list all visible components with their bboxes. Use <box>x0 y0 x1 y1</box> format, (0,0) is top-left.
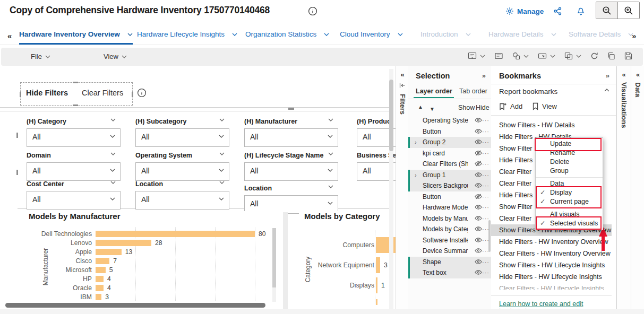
hide-filters-button[interactable]: Hide Filters <box>26 89 68 97</box>
bookmark-item[interactable]: Hide Filters - HW Lifecycle Insights <box>491 271 612 283</box>
slicer-dropdown[interactable]: All <box>135 128 229 147</box>
chevron-down-icon[interactable] <box>328 118 333 121</box>
chevron-down-icon[interactable] <box>328 185 333 188</box>
bar[interactable] <box>96 231 255 237</box>
bar[interactable] <box>96 240 151 246</box>
visibility-eye-icon[interactable] <box>475 226 482 232</box>
data-rail-label[interactable]: Data <box>634 82 642 97</box>
manage-button[interactable]: Manage <box>505 7 544 15</box>
info-icon[interactable] <box>308 6 317 16</box>
more-options-icon[interactable]: ··· <box>482 202 490 213</box>
menu-item-group[interactable]: Group <box>536 167 603 176</box>
slicer-header[interactable]: Location <box>244 185 272 192</box>
text-box-icon-button[interactable] <box>494 52 503 60</box>
chart-scrollbar-thumb[interactable] <box>272 228 276 287</box>
chevron-down-icon[interactable] <box>127 33 133 36</box>
filters-rail-label[interactable]: Filters <box>399 94 407 115</box>
menu-item-selected-visuals[interactable]: ✓Selected visuals <box>536 219 603 228</box>
bookmark-item[interactable]: Hide Filters - HW Inventory Overview <box>491 236 612 248</box>
selection-list-item[interactable]: Device Summary··· <box>408 246 491 257</box>
slicer-header[interactable]: Operating System <box>135 152 192 159</box>
selection-list-item[interactable]: Button··· <box>408 191 491 203</box>
more-options-icon[interactable]: ··· <box>482 180 490 191</box>
add-bookmark-button[interactable]: Add <box>499 102 522 110</box>
visibility-eye-icon[interactable] <box>475 128 482 134</box>
menu-item-data[interactable]: Data <box>536 179 603 188</box>
visibility-eye-icon[interactable] <box>475 248 482 254</box>
report-view-icon-button[interactable] <box>468 52 485 60</box>
chevron-down-icon[interactable] <box>219 197 224 200</box>
selection-list-item[interactable]: Shape··· <box>408 257 491 268</box>
collapse-selection-icon[interactable]: » <box>482 72 486 80</box>
bar[interactable] <box>96 285 104 291</box>
slicer-dropdown[interactable]: All <box>27 191 121 210</box>
selection-list-item[interactable]: Text box··· <box>408 267 491 278</box>
hide-all-button[interactable]: Hide <box>476 104 490 111</box>
selection-handle[interactable] <box>16 133 18 138</box>
expand-visualizations-icon[interactable]: « <box>617 71 631 78</box>
canvas-horizontal-scrollbar[interactable] <box>5 303 265 308</box>
tab-introduction[interactable]: Introduction <box>420 30 471 43</box>
collapse-bookmarks-icon[interactable]: » <box>606 72 609 80</box>
chevron-down-icon[interactable] <box>328 152 333 155</box>
selection-list-item[interactable]: Software Installed on ...··· <box>408 235 491 246</box>
visibility-eye-icon[interactable] <box>475 172 482 178</box>
selection-list-item[interactable]: Operating System Su...··· <box>408 115 491 126</box>
shapes-icon-button[interactable] <box>512 52 529 60</box>
chevron-down-icon[interactable] <box>219 152 225 155</box>
chevron-down-icon[interactable] <box>466 33 471 36</box>
expand-group-icon[interactable]: › <box>415 170 417 181</box>
more-options-icon[interactable]: ··· <box>482 159 490 170</box>
share-icon[interactable] <box>553 7 562 15</box>
selection-list-item[interactable]: Clear Filters (Show)··· <box>408 159 491 170</box>
selection-list-item[interactable]: ›Group 2··· <box>408 137 491 148</box>
bar[interactable] <box>96 249 122 255</box>
bookmark-item[interactable]: Show Filters - HW Lifecycle Insights <box>491 259 612 271</box>
menu-item-all-visuals[interactable]: All visuals <box>536 210 603 219</box>
chevron-down-icon[interactable] <box>110 197 115 200</box>
visibility-eye-slash-icon[interactable] <box>475 150 482 156</box>
visibility-eye-icon[interactable] <box>475 269 482 275</box>
tabs-scroll-left-icon[interactable]: « <box>7 31 12 40</box>
buttons-selection-frame[interactable]: Hide Filters Clear Filters <box>20 82 133 106</box>
slicer-dropdown[interactable]: All <box>135 162 229 181</box>
selection-handle[interactable] <box>16 170 18 175</box>
save-icon-button[interactable] <box>624 52 632 60</box>
models-by-category-chart[interactable]: Models by CategoryComputersNetwork Equip… <box>299 211 396 305</box>
visibility-eye-icon[interactable] <box>475 117 482 123</box>
selection-handle[interactable] <box>20 92 21 97</box>
show-all-button[interactable]: Show <box>458 104 475 111</box>
expand-group-icon[interactable]: › <box>415 137 417 148</box>
expand-data-icon[interactable]: « <box>631 71 644 78</box>
selection-list-item[interactable]: Button··· <box>408 126 491 137</box>
chevron-down-icon[interactable] <box>328 202 333 205</box>
file-menu[interactable]: File <box>31 53 50 60</box>
chevron-down-icon[interactable] <box>324 33 329 36</box>
notifications-bell-icon[interactable] <box>577 6 585 15</box>
more-options-icon[interactable]: ··· <box>482 170 490 181</box>
slicer-dropdown[interactable]: All <box>27 128 121 147</box>
tab-tab-order[interactable]: Tab order <box>459 88 487 95</box>
selection-list-item[interactable]: Models by Category··· <box>408 224 491 235</box>
menu-item-display[interactable]: ✓Display <box>536 188 603 197</box>
slicer-header[interactable]: (H) Subcategory <box>135 118 187 125</box>
visibility-eye-slash-icon[interactable] <box>475 161 482 167</box>
refresh-icon-button[interactable] <box>590 52 598 60</box>
selection-list-item[interactable]: Slicers Background Te...··· <box>408 180 491 191</box>
more-options-icon[interactable]: ··· <box>482 257 490 268</box>
menu-item-current-page[interactable]: ✓Current page <box>536 197 603 206</box>
chevron-down-icon[interactable] <box>110 118 116 121</box>
slicer-header[interactable]: (H) Product <box>357 118 393 125</box>
zoom-in-button[interactable] <box>618 2 639 19</box>
slicer-dropdown[interactable]: All <box>135 191 229 210</box>
more-options-icon[interactable]: ··· <box>482 137 490 148</box>
expand-filters-icon[interactable]: « <box>396 71 409 78</box>
chevron-down-icon[interactable] <box>110 181 116 184</box>
canvas-vertical-scrollbar-thumb[interactable] <box>389 80 393 151</box>
visibility-eye-icon[interactable] <box>475 259 482 265</box>
tab-hardware-details[interactable]: Hardware Details <box>488 30 556 43</box>
buttons-icon-button[interactable] <box>538 52 555 60</box>
slicer-header[interactable]: Domain <box>27 152 51 159</box>
chevron-down-icon[interactable] <box>398 33 403 36</box>
view-menu[interactable]: View <box>104 53 127 60</box>
